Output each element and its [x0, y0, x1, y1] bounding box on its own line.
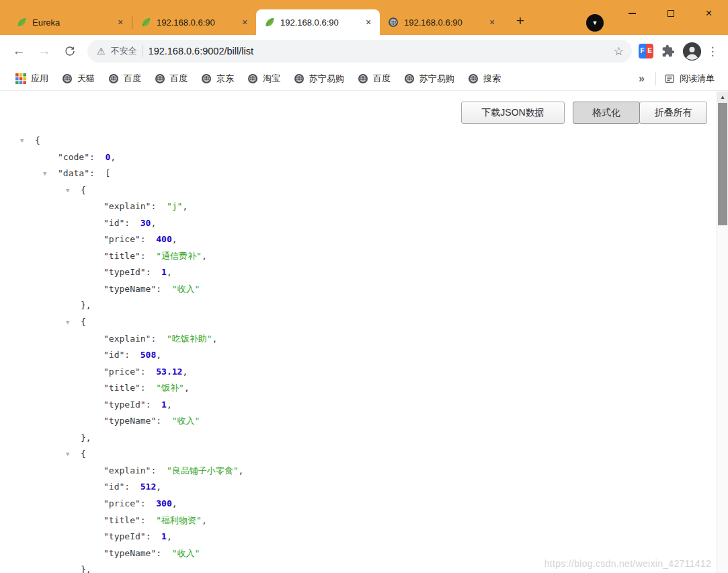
bookmarks-bar: 应用 天猫百度百度京东淘宝苏宁易购百度苏宁易购搜索 » 阅读清单	[0, 67, 728, 91]
collapse-toggle-icon[interactable]: ▼	[66, 314, 69, 331]
json-line: ▼{	[0, 132, 717, 149]
tabs-container: Eureka×192.168.0.6:90×192.168.0.6:90×192…	[8, 9, 503, 35]
json-line: "id": 512,	[0, 479, 717, 496]
scrollbar-thumb[interactable]	[718, 103, 727, 225]
forward-button[interactable]: →	[34, 40, 55, 62]
bookmark-4[interactable]: 京东	[195, 70, 240, 87]
fe-letter-f: F	[639, 44, 646, 59]
person-icon	[683, 42, 701, 61]
json-line: "price": 53.12,	[0, 364, 717, 381]
maximize-icon	[668, 10, 674, 17]
json-line: "id": 508,	[0, 347, 717, 364]
json-line: "typeName": "收入"	[0, 281, 717, 298]
globe-icon	[62, 73, 73, 84]
json-line: "explain": "吃饭补助",	[0, 331, 717, 348]
browser-menu-button[interactable]: ⋮	[705, 44, 720, 59]
address-bar[interactable]: ⚠ 不安全 192.168.0.6:9002/bill/list ☆	[87, 40, 632, 63]
minimize-button[interactable]	[613, 0, 651, 27]
bookmark-label: 搜索	[483, 73, 501, 85]
globe-icon	[247, 73, 258, 84]
fe-letter-e: E	[646, 44, 653, 59]
tab-search-button[interactable]: ▼	[586, 14, 604, 32]
url-text[interactable]: 192.168.0.6:9002/bill/list	[149, 46, 608, 56]
apps-grid-icon	[15, 73, 26, 84]
back-button[interactable]: ←	[8, 40, 30, 62]
maximize-button[interactable]	[651, 0, 690, 27]
tab-3[interactable]: 192.168.0.6:90×	[256, 9, 380, 35]
tab-1[interactable]: Eureka×	[8, 9, 132, 35]
window-controls: ×	[613, 0, 728, 27]
json-line: ▼{	[0, 314, 717, 331]
globe-icon	[404, 73, 415, 84]
bookmark-9[interactable]: 搜索	[462, 70, 507, 87]
not-secure-warning-icon: ⚠	[97, 46, 106, 56]
format-button[interactable]: 格式化	[573, 102, 640, 124]
bookmark-label: 苏宁易购	[419, 73, 454, 85]
tab-title: 192.168.0.6:90	[157, 17, 233, 28]
bookmark-star-icon[interactable]: ☆	[614, 44, 624, 59]
bookmark-items: 天猫百度百度京东淘宝苏宁易购百度苏宁易购搜索	[56, 70, 507, 87]
globe-icon	[388, 17, 399, 28]
close-button[interactable]: ×	[690, 0, 728, 27]
json-line: "code": 0,	[0, 149, 717, 166]
collapse-toggle-icon[interactable]: ▼	[43, 165, 46, 182]
bookmark-6[interactable]: 苏宁易购	[288, 70, 350, 87]
globe-icon	[468, 73, 479, 84]
reading-list-label: 阅读清单	[680, 73, 715, 85]
apps-label: 应用	[31, 73, 48, 85]
json-line: "title": "通信费补",	[0, 248, 717, 265]
collapse-toggle-icon[interactable]: ▼	[20, 132, 24, 149]
spring-leaf-icon	[16, 17, 27, 28]
security-label: 不安全	[111, 45, 137, 57]
bookmark-label: 天猫	[77, 73, 95, 85]
tab-close-icon[interactable]: ×	[486, 16, 498, 28]
profile-avatar[interactable]	[683, 42, 701, 61]
navigation-toolbar: ← → ⚠ 不安全 192.168.0.6:9002/bill/list ☆ F…	[0, 35, 728, 67]
reload-button[interactable]	[59, 40, 81, 62]
json-line: },	[0, 430, 717, 447]
reading-list-icon	[664, 73, 675, 84]
bookmark-label: 百度	[373, 73, 391, 85]
globe-icon	[358, 73, 368, 84]
bookmark-label: 京东	[216, 73, 234, 85]
download-json-button[interactable]: 下载JSON数据	[461, 102, 565, 124]
tab-strip: Eureka×192.168.0.6:90×192.168.0.6:90×192…	[0, 0, 728, 35]
apps-shortcut[interactable]: 应用	[9, 70, 54, 87]
tab-close-icon[interactable]: ×	[239, 16, 251, 28]
tab-title: Eureka	[32, 17, 109, 28]
scroll-up-button[interactable]: ▲	[717, 91, 728, 103]
collapse-toggle-icon[interactable]: ▼	[66, 446, 69, 463]
bookmarks-bar-divider	[655, 72, 656, 85]
json-line: "typeId": 1,	[0, 529, 717, 545]
json-line: ▼"data": [	[0, 165, 717, 182]
globe-icon	[294, 73, 305, 84]
collapse-all-button[interactable]: 折叠所有	[639, 102, 707, 124]
json-line: "explain": "j",	[0, 198, 717, 215]
extensions-button[interactable]	[657, 40, 679, 62]
tab-4[interactable]: 192.168.0.6:90×	[380, 9, 503, 35]
bookmark-label: 百度	[124, 73, 141, 85]
json-line: "typeId": 1,	[0, 397, 717, 414]
collapse-toggle-icon[interactable]: ▼	[66, 182, 69, 199]
json-line: "id": 30,	[0, 215, 717, 232]
bookmark-1[interactable]: 天猫	[56, 70, 101, 87]
reading-list-button[interactable]: 阅读清单	[660, 73, 719, 85]
bookmark-3[interactable]: 百度	[149, 70, 194, 87]
bookmark-2[interactable]: 百度	[102, 70, 147, 87]
fehelper-extension-icon[interactable]: FE	[639, 44, 653, 59]
new-tab-button[interactable]: +	[511, 11, 530, 30]
tab-title: 192.168.0.6:90	[280, 17, 357, 28]
minimize-icon	[629, 13, 636, 14]
tab-2[interactable]: 192.168.0.6:90×	[132, 9, 256, 35]
json-tree: ▼{"code": 0,▼"data": [▼{"explain": "j","…	[0, 132, 717, 573]
tab-close-icon[interactable]: ×	[362, 16, 374, 28]
spring-leaf-icon	[264, 17, 275, 28]
globe-icon	[108, 73, 119, 84]
bookmark-label: 百度	[170, 73, 188, 85]
bookmarks-overflow-chevron[interactable]: »	[632, 73, 651, 85]
bookmark-5[interactable]: 淘宝	[241, 70, 286, 87]
bookmark-8[interactable]: 苏宁易购	[398, 70, 460, 87]
bookmark-7[interactable]: 百度	[352, 70, 397, 87]
vertical-scrollbar[interactable]: ▲	[717, 91, 728, 573]
tab-close-icon[interactable]: ×	[114, 16, 126, 28]
